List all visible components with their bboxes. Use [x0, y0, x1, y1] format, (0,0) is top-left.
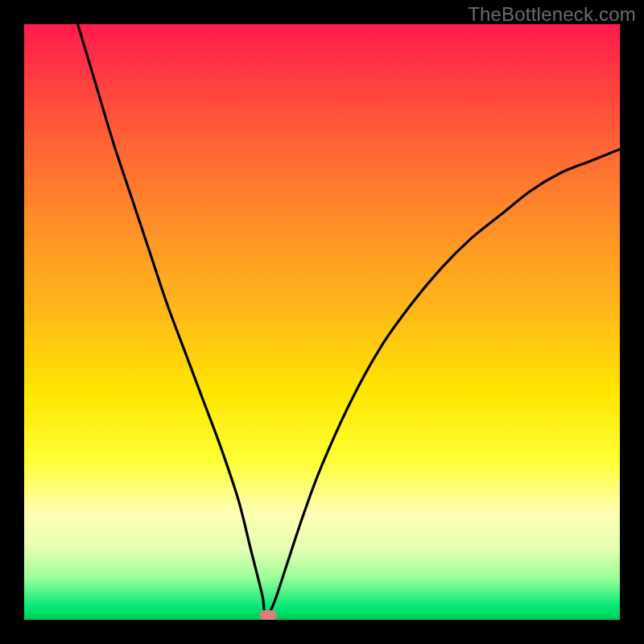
- plot-area: [24, 24, 620, 620]
- minimum-marker: [259, 610, 277, 620]
- watermark-text: TheBottleneck.com: [468, 3, 636, 26]
- curve-svg: [24, 24, 620, 620]
- bottleneck-curve: [78, 24, 620, 617]
- chart-frame: TheBottleneck.com: [0, 0, 644, 644]
